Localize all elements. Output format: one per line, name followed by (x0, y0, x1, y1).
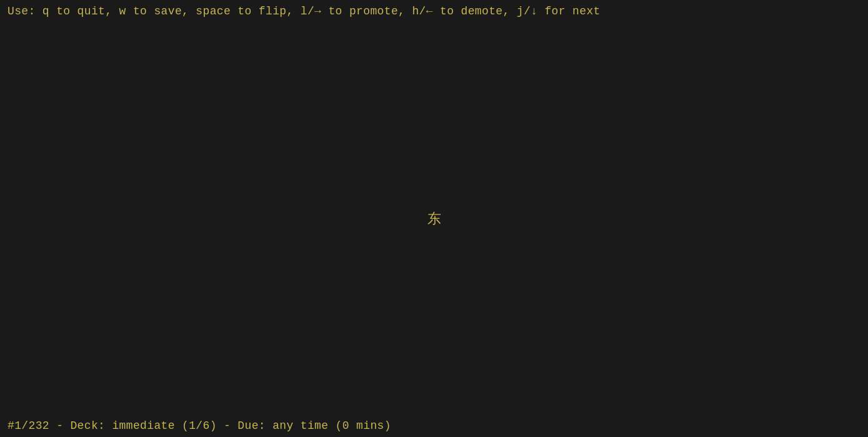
instruction-text: Use: q to quit, w to save, space to flip… (7, 5, 601, 18)
main-content: 东 (0, 23, 868, 414)
status-text: #1/232 - Deck: immediate (1/6) - Due: an… (7, 419, 391, 432)
bottom-bar: #1/232 - Deck: immediate (1/6) - Due: an… (0, 414, 868, 437)
top-bar: Use: q to quit, w to save, space to flip… (0, 0, 868, 23)
card-content: 东 (427, 209, 441, 228)
